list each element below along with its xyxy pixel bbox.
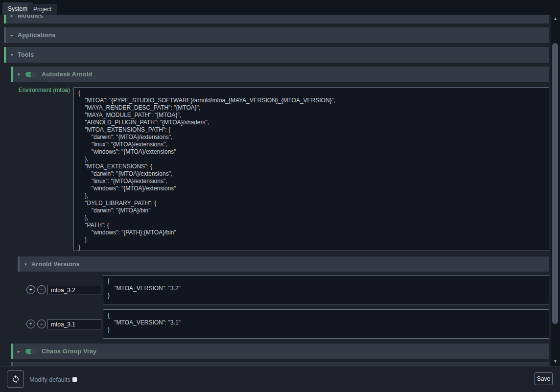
triangle-right-icon[interactable]: ▸ bbox=[11, 33, 18, 38]
enabled-toggle-icon[interactable] bbox=[25, 72, 36, 77]
triangle-right-icon[interactable]: ▸ bbox=[18, 349, 24, 354]
section-title: Applications bbox=[18, 32, 55, 39]
group-title: Chaos Group Vray bbox=[42, 348, 96, 355]
section-header-arnold-versions[interactable]: ▾ Arnold Versions bbox=[18, 256, 549, 272]
section-title: Tools bbox=[18, 51, 34, 58]
vertical-scrollbar[interactable]: ▲ ▼ bbox=[551, 15, 560, 366]
remove-version-button[interactable]: − bbox=[37, 320, 46, 328]
enabled-toggle-icon[interactable] bbox=[25, 349, 36, 354]
scrollbar-thumb[interactable] bbox=[552, 43, 558, 324]
version-name-input[interactable] bbox=[47, 285, 101, 295]
version-json-editor[interactable]: { "MTOA_VERSION": "3.2" } bbox=[103, 275, 549, 304]
section-header-applications[interactable]: ▸ Applications bbox=[4, 27, 549, 43]
section-title: Modules bbox=[18, 15, 43, 19]
remove-version-button[interactable]: − bbox=[37, 285, 46, 294]
group-header-chaos-group-vray[interactable]: ▸ Chaos Group Vray bbox=[11, 344, 549, 359]
version-name-input[interactable] bbox=[47, 319, 101, 329]
tab-project[interactable]: Project bbox=[28, 4, 57, 15]
version-json-editor[interactable]: { "MTOA_VERSION": "3.1" } bbox=[103, 309, 549, 339]
refresh-button[interactable] bbox=[7, 370, 24, 388]
clipped-next-section bbox=[11, 362, 549, 366]
group-header-autodesk-arnold[interactable]: ▾ Autodesk Arnold bbox=[11, 67, 549, 82]
add-version-button[interactable]: + bbox=[26, 320, 35, 328]
section-title: Arnold Versions bbox=[31, 261, 80, 268]
add-version-button[interactable]: + bbox=[26, 285, 35, 294]
settings-scroll-area: ▸ Modules ▸ Applications ▾ Tools ▾ Autod… bbox=[0, 15, 551, 366]
footer-bar: Modify defaults Save bbox=[0, 366, 560, 392]
scroll-down-icon[interactable]: ▼ bbox=[551, 357, 560, 365]
modify-defaults-label: Modify defaults bbox=[29, 367, 70, 392]
triangle-right-icon[interactable]: ▸ bbox=[11, 15, 18, 18]
triangle-down-icon[interactable]: ▾ bbox=[18, 72, 24, 77]
settings-window: System Project ▸ Modules ▸ Applications … bbox=[0, 0, 560, 392]
triangle-down-icon[interactable]: ▾ bbox=[24, 262, 31, 267]
section-header-tools[interactable]: ▾ Tools bbox=[4, 47, 549, 63]
environment-mtoa-label: Environment (mtoa) bbox=[0, 87, 70, 93]
section-header-modules[interactable]: ▸ Modules bbox=[4, 15, 549, 23]
triangle-down-icon[interactable]: ▾ bbox=[11, 52, 18, 57]
environment-mtoa-json-editor[interactable]: { "MTOA": "{PYPE_STUDIO_SOFTWARE}/arnold… bbox=[73, 87, 549, 251]
save-button[interactable]: Save bbox=[535, 372, 553, 385]
modify-defaults-checkbox[interactable] bbox=[72, 377, 77, 382]
tab-bar: System Project bbox=[0, 0, 560, 15]
scroll-up-icon[interactable]: ▲ bbox=[551, 15, 560, 23]
group-title: Autodesk Arnold bbox=[42, 71, 92, 78]
refresh-icon bbox=[11, 375, 20, 384]
